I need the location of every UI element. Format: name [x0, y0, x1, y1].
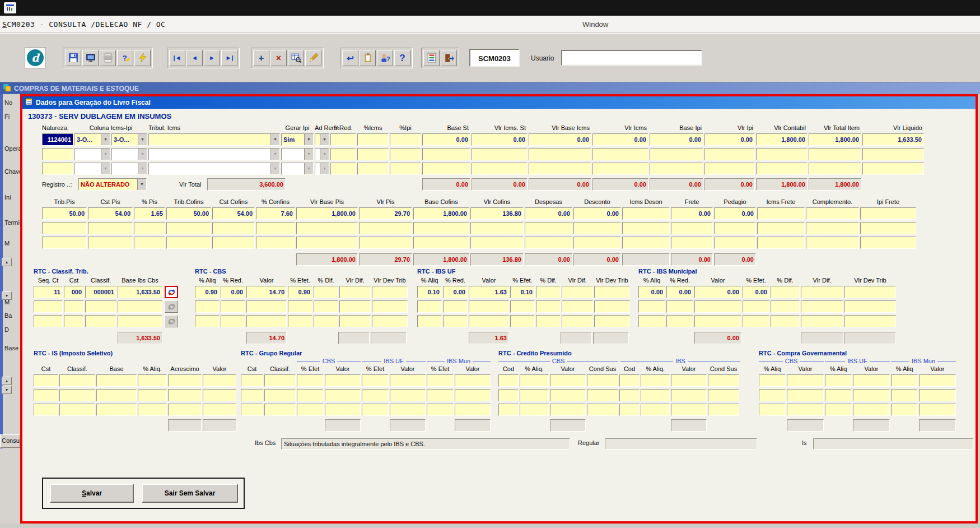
- grid-cell[interactable]: [246, 315, 287, 327]
- grid-cell[interactable]: [592, 148, 648, 160]
- grid-cell[interactable]: [550, 374, 586, 387]
- dialog-titlebar[interactable]: Dados para Geração do Livro Fiscal: [22, 96, 976, 109]
- grid-cell[interactable]: [359, 237, 412, 249]
- grid-cell[interactable]: 0.00: [592, 133, 648, 146]
- grid-cell[interactable]: [296, 237, 358, 249]
- grid-cell[interactable]: [241, 389, 263, 401]
- grid-cell[interactable]: [264, 404, 296, 416]
- grid-cell[interactable]: [825, 404, 852, 416]
- grid-cell[interactable]: [203, 389, 236, 401]
- grid-cell[interactable]: [59, 389, 95, 401]
- grid-cell[interactable]: [472, 148, 528, 160]
- grid-cell[interactable]: 1,800.00: [756, 133, 808, 146]
- grid-cell[interactable]: [757, 237, 805, 249]
- grid-cell[interactable]: [166, 222, 211, 234]
- grid-cell[interactable]: [550, 404, 586, 416]
- grid-cell[interactable]: [562, 315, 593, 327]
- grid-cell[interactable]: [246, 300, 287, 313]
- grid-cell[interactable]: [88, 237, 133, 249]
- grid-cell[interactable]: [594, 315, 630, 327]
- grid-cell[interactable]: [64, 300, 84, 313]
- grid-cell[interactable]: 0.00: [573, 207, 621, 220]
- grid-cell[interactable]: 54.00: [212, 207, 255, 220]
- grid-cell[interactable]: [862, 163, 924, 175]
- grid-cell[interactable]: [891, 389, 918, 401]
- grid-cell[interactable]: [891, 404, 918, 416]
- grid-cell[interactable]: 0.00: [638, 286, 665, 298]
- grid-cell[interactable]: [221, 315, 245, 327]
- grid-cell[interactable]: [372, 300, 408, 313]
- grid-cell[interactable]: [619, 374, 640, 387]
- grid-cell[interactable]: [390, 374, 426, 387]
- grid-cell[interactable]: [757, 207, 805, 220]
- grid-cell[interactable]: [422, 163, 470, 175]
- grid-cell[interactable]: [330, 133, 356, 146]
- grid-cell[interactable]: 1124001: [42, 133, 73, 146]
- grid-dropdown[interactable]: ▼: [74, 148, 110, 160]
- grid-cell[interactable]: 0.00: [443, 286, 468, 298]
- grid-cell[interactable]: [34, 404, 58, 416]
- grid-cell[interactable]: [562, 300, 593, 313]
- grid-cell[interactable]: 1,800.00: [296, 207, 358, 220]
- spin-down-button[interactable]: ▼: [2, 291, 12, 300]
- grid-cell[interactable]: [264, 374, 296, 387]
- grid-cell[interactable]: [694, 300, 741, 313]
- grid-cell[interactable]: [64, 315, 84, 327]
- grid-cell[interactable]: [443, 315, 468, 327]
- grid-cell[interactable]: [427, 374, 454, 387]
- grid-cell[interactable]: [759, 389, 786, 401]
- grid-cell[interactable]: [59, 404, 95, 416]
- grid-cell[interactable]: [853, 389, 890, 401]
- grid-cell[interactable]: [390, 148, 421, 160]
- grid-cell[interactable]: [85, 315, 116, 327]
- grid-cell[interactable]: [330, 163, 356, 175]
- grid-cell[interactable]: [771, 286, 800, 298]
- grid-cell[interactable]: 136.80: [470, 207, 524, 220]
- grid-cell[interactable]: [470, 237, 524, 249]
- grid-cell[interactable]: [469, 300, 509, 313]
- grid-dropdown[interactable]: ▼: [281, 163, 314, 175]
- grid-cell[interactable]: 0.00: [650, 133, 703, 146]
- grid-cell[interactable]: [641, 404, 670, 416]
- grid-dropdown[interactable]: ▼: [315, 133, 329, 146]
- grid-cell[interactable]: [168, 404, 202, 416]
- grid-cell[interactable]: 0.00: [694, 286, 741, 298]
- grid-cell[interactable]: [256, 237, 295, 249]
- grid-cell[interactable]: 0.00: [422, 133, 470, 146]
- grid-cell[interactable]: [743, 300, 769, 313]
- grid-cell[interactable]: [510, 300, 535, 313]
- grid-dropdown[interactable]: ▼: [111, 148, 147, 160]
- grid-cell[interactable]: [536, 315, 561, 327]
- grid-cell[interactable]: [550, 389, 586, 401]
- grid-cell[interactable]: [443, 300, 468, 313]
- grid-cell[interactable]: [638, 315, 665, 327]
- query-button[interactable]: [288, 50, 304, 66]
- grid-cell[interactable]: [801, 315, 843, 327]
- grid-cell[interactable]: [241, 374, 263, 387]
- grid-cell[interactable]: [806, 207, 859, 220]
- grid-cell[interactable]: [638, 300, 665, 313]
- grid-cell[interactable]: [168, 389, 202, 401]
- grid-dropdown[interactable]: ▼: [315, 148, 329, 160]
- grid-cell[interactable]: [919, 374, 956, 387]
- grid-cell[interactable]: 11: [34, 286, 63, 298]
- grid-cell[interactable]: 0.90: [288, 286, 312, 298]
- grid-cell[interactable]: [390, 163, 421, 175]
- grid-cell[interactable]: 1,633.50: [118, 286, 162, 298]
- sair-sem-salvar-button[interactable]: Sair Sem Salvar: [142, 484, 238, 503]
- grid-cell[interactable]: [860, 237, 916, 249]
- grid-cell[interactable]: 0.00: [525, 207, 572, 220]
- grid-cell[interactable]: [88, 222, 133, 234]
- grid-cell[interactable]: [756, 163, 808, 175]
- grid-cell[interactable]: [919, 389, 956, 401]
- grid-cell[interactable]: 0.00: [714, 207, 756, 220]
- refresh-button[interactable]: [165, 300, 178, 313]
- grid-cell[interactable]: [520, 374, 549, 387]
- grid-cell[interactable]: [787, 389, 824, 401]
- grid-cell[interactable]: [536, 286, 561, 298]
- grid-cell[interactable]: [212, 237, 255, 249]
- grid-cell[interactable]: 0.00: [743, 286, 769, 298]
- grid-cell[interactable]: [390, 133, 421, 146]
- grid-cell[interactable]: [314, 300, 338, 313]
- grid-cell[interactable]: [806, 237, 859, 249]
